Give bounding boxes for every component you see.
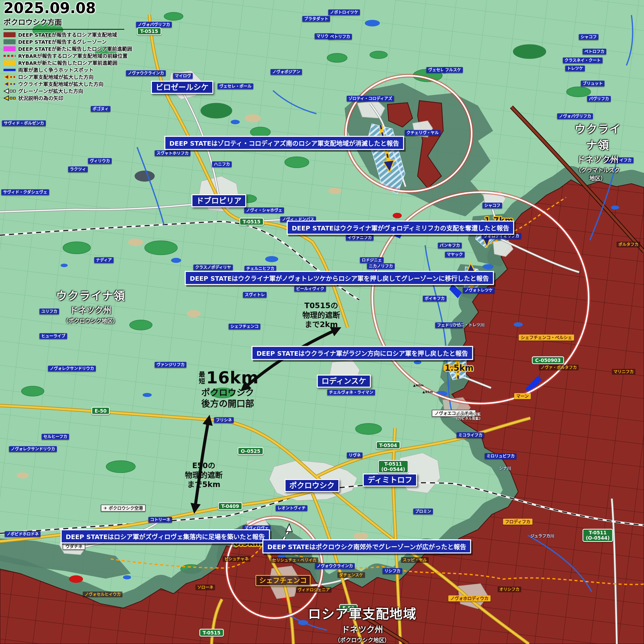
opening-prefix: 最短 <box>197 371 206 384</box>
legend-label: DEEP STATEが報告するグレーゾーン <box>18 38 107 45</box>
map-label: パヴリフカ <box>587 96 611 102</box>
map-label: ノヴォパヴリフカ <box>557 113 593 119</box>
map-label: ポクロウシク <box>285 479 339 492</box>
road-shield: T-0515 <box>239 218 264 226</box>
map-label: ノヴァ・ポルタフカ <box>539 365 579 370</box>
map-label: ノボトロイツケ <box>328 9 360 15</box>
map-label: フリシネ <box>214 417 234 423</box>
region-label-line: ドネツク州 <box>56 304 125 316</box>
legend-swatch-fill-icon <box>4 46 16 52</box>
map-label: マヤック <box>445 252 465 257</box>
report-callout: DEEP STATEはロシア軍がズヴィロヴェ集落内に足場を築いたと報告 <box>61 529 270 543</box>
region-label-line: ウクライナ領 <box>56 287 125 303</box>
map-label: ヴァンジリフカ <box>155 362 186 368</box>
road-shield: T-0511 (O-0544) <box>378 460 409 473</box>
report-callout: DEEP STATEはウクライナ軍がヴォロディミリフカの支配を奪還したと報告 <box>287 221 514 235</box>
map-label: ペトリフカ <box>328 34 352 39</box>
legend-swatch-line-icon <box>4 67 16 73</box>
interdiction-annotation: T0515の 物理的遮断 まで2km <box>302 301 340 329</box>
road-shield: C-050903 <box>532 356 564 364</box>
map-label: フロディフカ <box>503 519 533 525</box>
direction-subtitle: ポクロウシク方面 <box>4 16 144 27</box>
reservoir <box>135 171 155 182</box>
map-label: ダチェンスケ <box>337 572 365 578</box>
map-label: ノヴォポジアン <box>270 69 302 75</box>
legend-item: ロシア軍支配地域が拡大した方向 <box>4 74 144 80</box>
map-label: ピシュチャネ <box>223 556 250 562</box>
map-label: シェフチェンコ <box>229 324 260 329</box>
map-label: セリシュチェ・ベリイカ <box>270 557 318 563</box>
map-label: ボイキフカ <box>423 296 447 301</box>
map-label: ノヴォトレツケ <box>463 287 495 293</box>
legend-item: DEEP STATEが新たに報告したロシア軍前進範囲 <box>4 46 144 52</box>
war-map-page: { "header": { "date": "2025.09.08", "sub… <box>0 0 644 644</box>
map-label: オリシフカ <box>498 586 521 592</box>
legend-item: DEEP STATEが報告するグレーゾーン <box>4 39 144 45</box>
legend-item: 状況説明の為の矢印 <box>4 95 144 101</box>
map-label: イヴァニフカ <box>346 235 374 240</box>
map-label: レオントヴィチ <box>276 505 307 511</box>
legend: DEEP STATEが報告するロシア軍支配地域DEEP STATEが報告するグレ… <box>4 32 144 101</box>
map-label: ニカノリフカ <box>367 263 395 269</box>
map-label: ヴェセレ・ポール <box>218 83 253 89</box>
map-label: ✈ ポクロウシク空港 <box>101 505 146 512</box>
map-label: ポルタフカ <box>617 241 640 247</box>
legend-label: RYBARが報告するロシア軍支配地域の前線位置 <box>18 52 128 59</box>
legend-swatch-arrow-icon <box>4 95 16 101</box>
map-label: ゾロティ・コロディアズ <box>347 96 394 101</box>
legend-swatch-fill-icon <box>4 32 16 37</box>
map-label: トレツケ <box>565 65 585 71</box>
road-shield: E-50 <box>91 407 110 415</box>
map-label: スタハノフ炭鉱 (カピタル炭鉱) <box>456 412 481 421</box>
region-label-line: （ポクロウシク地区） <box>308 635 417 643</box>
map-label: ディミトロフ <box>363 473 417 487</box>
map-label: ▲45m <box>422 390 433 394</box>
map-label: ポゴヌィ <box>91 106 110 112</box>
map-label: シャコフ <box>482 203 502 208</box>
road-shield: O-0525 <box>237 447 263 455</box>
opening-gap-annotation: 最短 16km ポクロウシク 後方の開口部 <box>197 368 259 410</box>
map-label: マイロヴ <box>173 73 193 79</box>
road-shield: T-0409 <box>218 502 243 510</box>
map-header: 2025.09.08 ポクロウシク方面 DEEP STATEが報告するロシア軍支… <box>4 1 144 102</box>
map-label: フルスケ <box>443 67 463 73</box>
report-callout: DEEP STATEはウクライナ軍がラジン方向にロシア軍を押し戻したと報告 <box>252 346 473 360</box>
map-label: ナディア <box>94 257 114 263</box>
opening-distance: 16km <box>206 368 259 387</box>
map-label: マリニフカ <box>612 369 635 375</box>
distance-label: 1.5km <box>445 363 474 373</box>
map-label: ブラタダット <box>302 16 330 22</box>
map-label: シェフチェンコ <box>256 575 311 586</box>
map-label: ▲40m <box>413 383 424 387</box>
map-label: ビールィヴィク <box>294 286 326 292</box>
map-label: クチェリヴ・ヤル <box>405 130 440 136</box>
region-label-line: ドネツク州 <box>308 623 417 635</box>
map-label: スヴィトレ <box>243 292 267 298</box>
region-label-line: （ポクロウシク地区） <box>56 316 125 324</box>
region-label-line: ウクライナ領 <box>575 120 621 152</box>
legend-label: ウクライナ軍支配地域が拡大した方向 <box>18 80 104 88</box>
map-label: ノヴォホロディウカ <box>448 595 491 601</box>
legend-item: RYBARが新たに報告したロシア軍前進範囲 <box>4 60 144 66</box>
road-shield: T-0511 (O-0544) <box>583 529 613 542</box>
map-label: サヴィド・クダシェヴェ <box>1 189 49 195</box>
region-label: ロシア軍支配地域ドネツク州（ポクロウシク地区） <box>308 603 417 643</box>
map-label: ノヴォウクラインカ <box>315 563 355 569</box>
date-title: 2025.09.08 <box>4 1 144 16</box>
map-label: リシフカ <box>383 568 402 574</box>
legend-item: DEEP STATEが報告するロシア軍支配地域 <box>4 32 144 37</box>
map-label: ミコライフカ <box>457 432 484 438</box>
map-label: プロミン <box>413 508 433 514</box>
map-label: カゼニ・トレツ川 <box>452 323 485 327</box>
map-label: クラスノポディリヤ <box>193 264 233 270</box>
map-label: ブリュット <box>581 81 605 86</box>
map-label: スッピ・ヤル <box>401 557 429 563</box>
map-label: スヴャトホリフカ <box>155 150 190 156</box>
map-label: ロドジニェ <box>360 257 384 263</box>
report-callout: DEEP STATEはゾロティ・コロディアズ南のロシア軍支配地域が消滅したと報告 <box>164 136 404 150</box>
region-label-line: ロシア軍支配地域 <box>308 603 417 622</box>
map-label: ミロリュビフカ <box>485 453 516 459</box>
region-label-line: （クラマトルスク地区） <box>575 166 621 182</box>
region-label: ウクライナ領ドネツク州（クラマトルスク地区） <box>575 120 621 182</box>
legend-swatch-fill-icon <box>4 60 16 66</box>
